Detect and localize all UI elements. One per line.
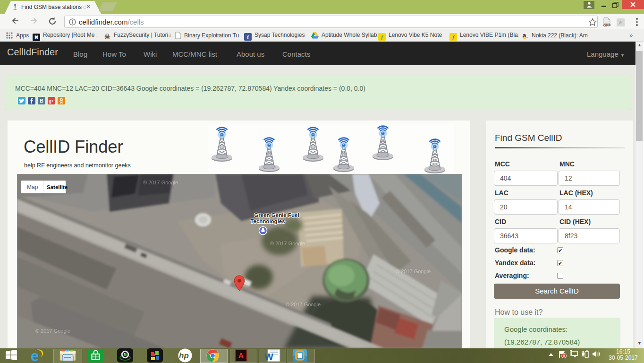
svg-text:B: B — [40, 98, 43, 104]
svg-text:Green Genie Fuel: Green Genie Fuel — [254, 212, 299, 218]
svg-text:© 2017 Google: © 2017 Google — [286, 302, 321, 307]
svg-text:W: W — [264, 352, 273, 362]
svg-text:© 2017 Google: © 2017 Google — [396, 268, 431, 274]
svg-text:© 2017 Google: © 2017 Google — [270, 241, 305, 246]
svg-text:g+: g+ — [49, 99, 54, 104]
svg-text:hp: hp — [179, 351, 189, 360]
svg-text:Map: Map — [27, 184, 38, 190]
svg-text:Satellite: Satellite — [47, 184, 68, 190]
svg-text:OFF: OFF — [603, 23, 611, 27]
svg-text:e: e — [31, 348, 39, 363]
svg-text:© 2017 Google: © 2017 Google — [143, 180, 178, 185]
svg-text:Technologies: Technologies — [250, 218, 285, 224]
svg-text:© 2017 Google: © 2017 Google — [35, 328, 70, 334]
